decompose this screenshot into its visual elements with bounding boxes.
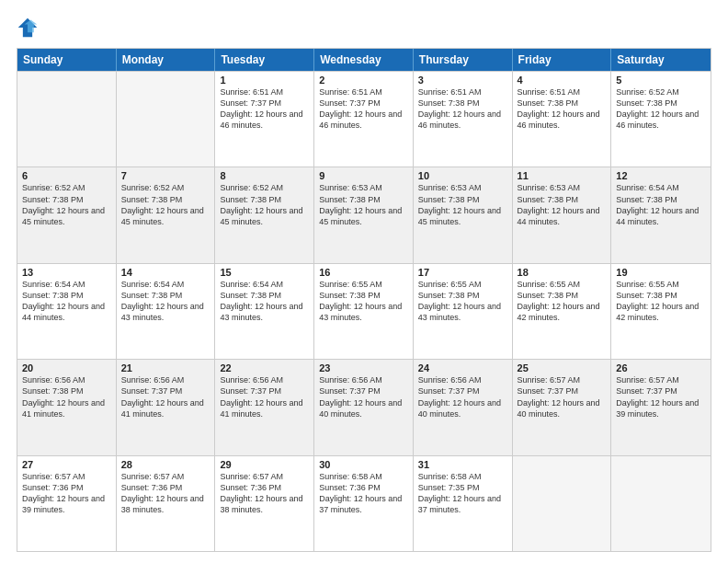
day-info: Sunrise: 6:54 AM Sunset: 7:38 PM Dayligh… [22, 279, 111, 324]
day-number: 30 [319, 459, 408, 470]
calendar-cell: 30Sunrise: 6:58 AM Sunset: 7:36 PM Dayli… [314, 456, 414, 551]
day-info: Sunrise: 6:51 AM Sunset: 7:37 PM Dayligh… [220, 86, 309, 132]
day-number: 17 [418, 267, 507, 278]
calendar-cell: 25Sunrise: 6:57 AM Sunset: 7:37 PM Dayli… [513, 360, 612, 454]
calendar-cell: 9Sunrise: 6:53 AM Sunset: 7:38 PM Daylig… [314, 167, 414, 262]
calendar-cell: 16Sunrise: 6:55 AM Sunset: 7:38 PM Dayli… [314, 264, 414, 359]
day-info: Sunrise: 6:51 AM Sunset: 7:38 PM Dayligh… [518, 86, 607, 132]
calendar-cell: 6Sunrise: 6:52 AM Sunset: 7:38 PM Daylig… [17, 167, 117, 262]
calendar-row: 1Sunrise: 6:51 AM Sunset: 7:37 PM Daylig… [17, 71, 711, 167]
day-info: Sunrise: 6:57 AM Sunset: 7:37 PM Dayligh… [616, 374, 706, 419]
day-number: 28 [121, 459, 210, 470]
calendar-cell: 23Sunrise: 6:56 AM Sunset: 7:37 PM Dayli… [314, 360, 414, 454]
calendar-row: 27Sunrise: 6:57 AM Sunset: 7:36 PM Dayli… [17, 455, 711, 551]
day-number: 31 [418, 459, 507, 470]
calendar-cell: 3Sunrise: 6:51 AM Sunset: 7:38 PM Daylig… [414, 72, 513, 167]
day-number: 10 [418, 170, 507, 181]
day-number: 25 [518, 362, 607, 373]
calendar-cell: 31Sunrise: 6:58 AM Sunset: 7:35 PM Dayli… [414, 456, 513, 551]
calendar-cell: 8Sunrise: 6:52 AM Sunset: 7:38 PM Daylig… [215, 167, 314, 262]
day-number: 2 [319, 75, 408, 86]
calendar-cell [117, 72, 216, 167]
calendar-cell: 15Sunrise: 6:54 AM Sunset: 7:38 PM Dayli… [215, 264, 314, 359]
day-number: 14 [121, 267, 210, 278]
day-number: 26 [616, 362, 706, 373]
day-info: Sunrise: 6:54 AM Sunset: 7:38 PM Dayligh… [616, 182, 706, 227]
day-number: 12 [616, 170, 706, 181]
day-number: 3 [418, 75, 507, 86]
day-number: 6 [22, 170, 111, 181]
logo-icon [17, 17, 39, 39]
day-number: 19 [616, 267, 706, 278]
calendar-cell: 19Sunrise: 6:55 AM Sunset: 7:38 PM Dayli… [611, 264, 711, 359]
day-info: Sunrise: 6:51 AM Sunset: 7:38 PM Dayligh… [418, 86, 507, 132]
weekday-header: Wednesday [314, 49, 414, 71]
calendar-body: 1Sunrise: 6:51 AM Sunset: 7:37 PM Daylig… [17, 71, 711, 551]
calendar-cell: 18Sunrise: 6:55 AM Sunset: 7:38 PM Dayli… [513, 264, 612, 359]
day-number: 9 [319, 170, 408, 181]
day-number: 8 [220, 170, 309, 181]
day-info: Sunrise: 6:56 AM Sunset: 7:37 PM Dayligh… [121, 374, 210, 419]
calendar-row: 20Sunrise: 6:56 AM Sunset: 7:38 PM Dayli… [17, 359, 711, 454]
day-info: Sunrise: 6:54 AM Sunset: 7:38 PM Dayligh… [220, 279, 309, 324]
calendar-cell: 13Sunrise: 6:54 AM Sunset: 7:38 PM Dayli… [17, 264, 117, 359]
day-info: Sunrise: 6:57 AM Sunset: 7:36 PM Dayligh… [22, 471, 111, 516]
day-number: 27 [22, 459, 111, 470]
calendar-cell: 22Sunrise: 6:56 AM Sunset: 7:37 PM Dayli… [215, 360, 314, 454]
day-info: Sunrise: 6:52 AM Sunset: 7:38 PM Dayligh… [22, 182, 111, 227]
day-info: Sunrise: 6:56 AM Sunset: 7:37 PM Dayligh… [220, 374, 309, 419]
calendar-cell: 29Sunrise: 6:57 AM Sunset: 7:36 PM Dayli… [215, 456, 314, 551]
logo [17, 17, 42, 39]
calendar-cell: 11Sunrise: 6:53 AM Sunset: 7:38 PM Dayli… [513, 167, 612, 262]
calendar-cell: 28Sunrise: 6:57 AM Sunset: 7:36 PM Dayli… [117, 456, 216, 551]
calendar-cell: 12Sunrise: 6:54 AM Sunset: 7:38 PM Dayli… [611, 167, 711, 262]
calendar-cell [513, 456, 612, 551]
day-info: Sunrise: 6:55 AM Sunset: 7:38 PM Dayligh… [319, 279, 408, 324]
day-info: Sunrise: 6:55 AM Sunset: 7:38 PM Dayligh… [616, 279, 706, 324]
day-number: 5 [616, 75, 706, 86]
calendar-cell: 27Sunrise: 6:57 AM Sunset: 7:36 PM Dayli… [17, 456, 117, 551]
day-info: Sunrise: 6:56 AM Sunset: 7:37 PM Dayligh… [418, 374, 507, 419]
day-info: Sunrise: 6:52 AM Sunset: 7:38 PM Dayligh… [616, 86, 706, 132]
day-info: Sunrise: 6:51 AM Sunset: 7:37 PM Dayligh… [319, 86, 408, 132]
day-info: Sunrise: 6:57 AM Sunset: 7:36 PM Dayligh… [121, 471, 210, 516]
day-info: Sunrise: 6:56 AM Sunset: 7:38 PM Dayligh… [22, 374, 111, 419]
calendar-cell: 14Sunrise: 6:54 AM Sunset: 7:38 PM Dayli… [117, 264, 216, 359]
weekday-header: Saturday [611, 49, 711, 71]
day-number: 20 [22, 362, 111, 373]
calendar-cell: 4Sunrise: 6:51 AM Sunset: 7:38 PM Daylig… [513, 72, 612, 167]
calendar-header: SundayMondayTuesdayWednesdayThursdayFrid… [17, 49, 711, 71]
page: SundayMondayTuesdayWednesdayThursdayFrid… [0, 0, 728, 563]
day-number: 15 [220, 267, 309, 278]
day-number: 22 [220, 362, 309, 373]
calendar-cell: 21Sunrise: 6:56 AM Sunset: 7:37 PM Dayli… [117, 360, 216, 454]
weekday-header: Friday [513, 49, 612, 71]
calendar-cell: 26Sunrise: 6:57 AM Sunset: 7:37 PM Dayli… [611, 360, 711, 454]
day-number: 1 [220, 75, 309, 86]
calendar-row: 6Sunrise: 6:52 AM Sunset: 7:38 PM Daylig… [17, 167, 711, 262]
day-info: Sunrise: 6:58 AM Sunset: 7:35 PM Dayligh… [418, 471, 507, 516]
calendar-cell: 17Sunrise: 6:55 AM Sunset: 7:38 PM Dayli… [414, 264, 513, 359]
calendar-cell: 10Sunrise: 6:53 AM Sunset: 7:38 PM Dayli… [414, 167, 513, 262]
calendar-cell: 24Sunrise: 6:56 AM Sunset: 7:37 PM Dayli… [414, 360, 513, 454]
day-number: 29 [220, 459, 309, 470]
calendar: SundayMondayTuesdayWednesdayThursdayFrid… [17, 48, 711, 552]
weekday-header: Tuesday [215, 49, 314, 71]
day-number: 7 [121, 170, 210, 181]
weekday-header: Sunday [17, 49, 117, 71]
calendar-cell: 7Sunrise: 6:52 AM Sunset: 7:38 PM Daylig… [117, 167, 216, 262]
calendar-cell [611, 456, 711, 551]
calendar-row: 13Sunrise: 6:54 AM Sunset: 7:38 PM Dayli… [17, 263, 711, 359]
day-number: 23 [319, 362, 408, 373]
day-number: 18 [518, 267, 607, 278]
day-number: 4 [518, 75, 607, 86]
header [17, 17, 711, 39]
calendar-cell: 2Sunrise: 6:51 AM Sunset: 7:37 PM Daylig… [314, 72, 414, 167]
day-info: Sunrise: 6:53 AM Sunset: 7:38 PM Dayligh… [319, 182, 408, 227]
day-number: 16 [319, 267, 408, 278]
day-info: Sunrise: 6:53 AM Sunset: 7:38 PM Dayligh… [418, 182, 507, 227]
day-number: 24 [418, 362, 507, 373]
calendar-cell [17, 72, 117, 167]
day-info: Sunrise: 6:54 AM Sunset: 7:38 PM Dayligh… [121, 279, 210, 324]
day-info: Sunrise: 6:52 AM Sunset: 7:38 PM Dayligh… [121, 182, 210, 227]
